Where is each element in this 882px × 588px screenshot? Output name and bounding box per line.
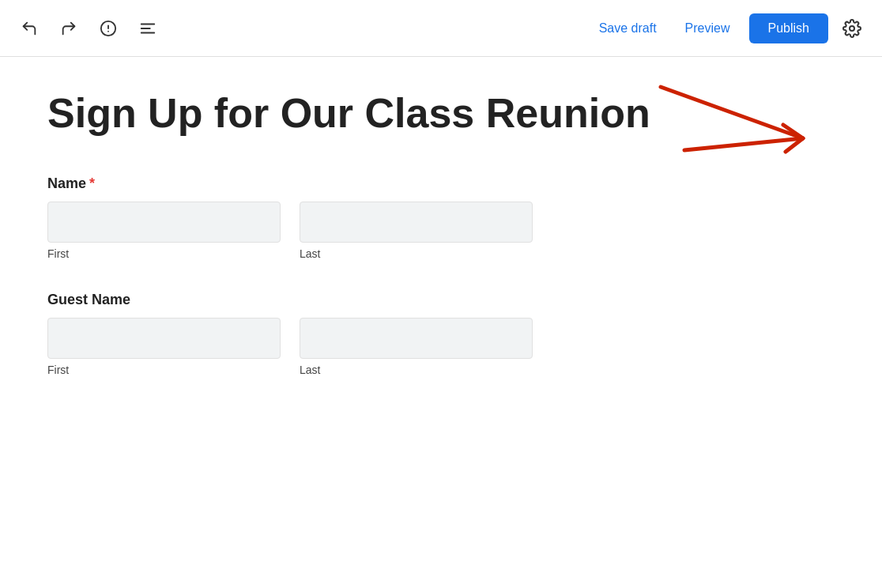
info-icon	[100, 20, 117, 37]
redo-button[interactable]	[55, 15, 82, 42]
guest-first-name-sublabel: First	[47, 364, 281, 376]
last-name-input[interactable]	[300, 202, 533, 243]
guest-last-name-group: Last	[300, 318, 533, 376]
guest-name-label: Guest Name	[47, 292, 835, 308]
redo-icon	[60, 20, 77, 37]
menu-icon	[139, 20, 156, 37]
last-name-group: Last	[300, 202, 533, 260]
undo-button[interactable]	[16, 15, 43, 42]
preview-button[interactable]: Preview	[676, 15, 740, 42]
toolbar: Save draft Preview Publish	[0, 0, 882, 57]
undo-icon	[21, 20, 38, 37]
first-name-group: First	[47, 202, 281, 260]
name-section: Name* First Last	[47, 175, 835, 260]
svg-point-6	[850, 26, 854, 31]
guest-first-name-input[interactable]	[47, 318, 281, 359]
info-button[interactable]	[95, 15, 122, 42]
first-name-input[interactable]	[47, 202, 281, 243]
guest-last-name-sublabel: Last	[300, 364, 533, 376]
main-content: Sign Up for Our Class Reunion Name* Firs…	[0, 57, 882, 439]
toolbar-left	[16, 15, 161, 42]
menu-button[interactable]	[134, 15, 161, 42]
guest-name-field-row: First Last	[47, 318, 835, 376]
svg-line-8	[684, 138, 803, 150]
first-name-sublabel: First	[47, 247, 281, 260]
name-field-row: First Last	[47, 202, 835, 260]
guest-first-name-group: First	[47, 318, 281, 376]
last-name-sublabel: Last	[300, 247, 533, 260]
gear-icon	[842, 19, 861, 38]
guest-last-name-input[interactable]	[300, 318, 533, 359]
settings-button[interactable]	[838, 14, 866, 43]
name-label: Name*	[47, 175, 835, 192]
required-indicator: *	[89, 175, 95, 191]
publish-button[interactable]: Publish	[749, 13, 828, 43]
guest-name-section: Guest Name First Last	[47, 292, 835, 376]
form-title: Sign Up for Our Class Reunion	[47, 89, 835, 138]
save-draft-button[interactable]: Save draft	[590, 15, 666, 42]
toolbar-right: Save draft Preview Publish	[590, 13, 866, 43]
